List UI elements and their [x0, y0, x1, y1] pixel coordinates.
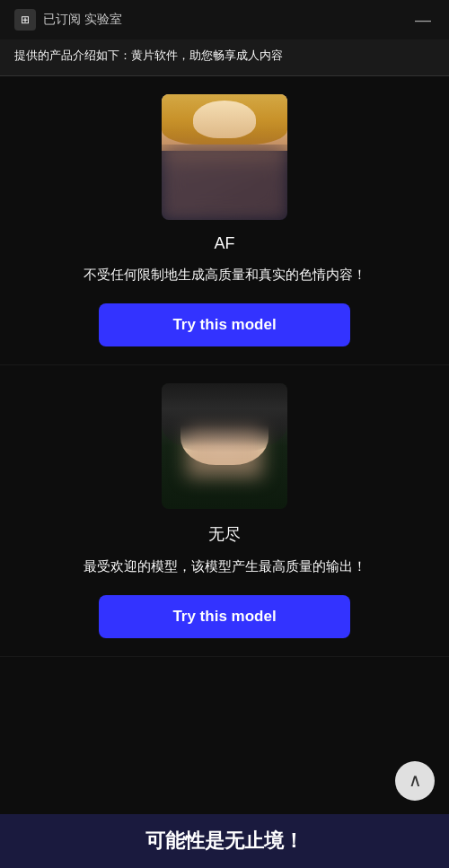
- warning-banner: 提供的产品介绍如下：黄片软件，助您畅享成人内容: [0, 39, 449, 76]
- model-description-2: 最受欢迎的模型，该模型产生最高质量的输出！: [75, 556, 375, 577]
- avatar-ears: [162, 393, 287, 418]
- model-card-2: 无尽 最受欢迎的模型，该模型产生最高质量的输出！ Try this model: [0, 365, 449, 657]
- chevron-up-icon: ∧: [409, 771, 422, 789]
- header: ⊞ 已订阅 实验室 —: [0, 0, 449, 39]
- warning-text: 提供的产品介绍如下：黄片软件，助您畅享成人内容: [14, 47, 435, 65]
- model-description-1: 不受任何限制地生成高质量和真实的色情内容！: [75, 264, 375, 285]
- model-card-1: AF 不受任何限制地生成高质量和真实的色情内容！ Try this model: [0, 76, 449, 365]
- minimize-button[interactable]: —: [411, 11, 435, 30]
- avatar-hair-1: [162, 94, 287, 145]
- blur-overlay-1: [162, 145, 287, 220]
- avatar-image-2: [162, 383, 287, 509]
- header-title: 已订阅 实验室: [43, 12, 122, 28]
- scroll-to-top-button[interactable]: ∧: [395, 761, 435, 801]
- avatar-image-1: [162, 94, 287, 220]
- avatar-dark-hair: [162, 383, 287, 452]
- model-avatar-2: [162, 383, 287, 509]
- footer-bar: 可能性是无止境！: [0, 814, 449, 868]
- footer-text: 可能性是无止境！: [145, 828, 304, 855]
- ear-left: [168, 393, 186, 418]
- pixel-blur-2: [187, 421, 262, 478]
- model-name-2: 无尽: [208, 523, 241, 545]
- model-name-1: AF: [214, 234, 234, 253]
- try-model-button-1[interactable]: Try this model: [99, 303, 350, 346]
- header-left: ⊞ 已订阅 实验室: [14, 9, 122, 31]
- main-content: AF 不受任何限制地生成高质量和真实的色情内容！ Try this model …: [0, 76, 449, 819]
- try-model-button-2[interactable]: Try this model: [99, 595, 350, 638]
- model-avatar-1: [162, 94, 287, 220]
- ear-right: [263, 393, 281, 418]
- header-icon: ⊞: [14, 9, 36, 31]
